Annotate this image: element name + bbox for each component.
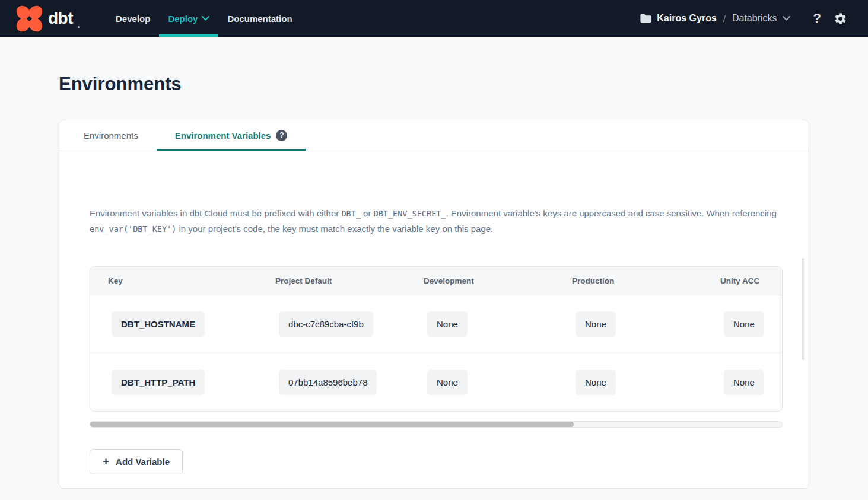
tab-environments[interactable]: Environments xyxy=(65,120,157,151)
navbar-right: Kairos Gyros / Databricks ? xyxy=(640,0,847,37)
table-row: DBT_HOSTNAME dbc-c7c89cba-cf9b None None… xyxy=(90,295,782,353)
env-var-key-chip[interactable]: DBT_HTTP_PATH xyxy=(112,370,205,395)
add-variable-button[interactable]: + Add Variable xyxy=(90,449,183,474)
dbt-wordmark: dbt xyxy=(48,9,76,28)
dbt-logo[interactable]: dbt xyxy=(16,0,83,37)
top-navbar: dbt Develop Deploy Documentation Kairos … xyxy=(0,0,868,37)
description-text: in your project's code, the key must mat… xyxy=(176,224,493,234)
add-variable-label: Add Variable xyxy=(116,457,170,467)
column-header-production: Production xyxy=(554,267,702,295)
horizontal-scrollbar[interactable] xyxy=(90,421,783,428)
env-var-value-chip[interactable]: None xyxy=(427,311,468,337)
plus-icon: + xyxy=(103,457,109,466)
code-env-var-example: env_var('DBT_KEY') xyxy=(90,224,176,234)
account-project-picker[interactable]: Kairos Gyros / Databricks xyxy=(640,13,790,24)
description-text: . Environment variable's keys are upperc… xyxy=(446,208,777,218)
env-var-value-chip[interactable]: dbc-c7c89cba-cf9b xyxy=(279,311,373,337)
folder-icon xyxy=(640,14,651,23)
env-vars-table: Key Project Default Development Producti… xyxy=(90,266,783,412)
description-text: Environment variables in dbt Cloud must … xyxy=(90,208,341,218)
tab-environment-variables-label: Environment Variables xyxy=(175,130,271,141)
table-header: Key Project Default Development Producti… xyxy=(90,267,782,295)
horizontal-scrollbar-thumb[interactable] xyxy=(90,422,574,427)
tab-environment-variables[interactable]: Environment Variables ? xyxy=(157,120,306,151)
env-var-value-chip[interactable]: None xyxy=(724,311,764,337)
environment-variables-panel: Environment variables in dbt Cloud must … xyxy=(59,151,809,489)
env-vars-description: Environment variables in dbt Cloud must … xyxy=(90,206,781,237)
nav-item-documentation-label: Documentation xyxy=(227,14,292,24)
env-var-value-chip[interactable]: None xyxy=(576,370,616,395)
table-row: DBT_HTTP_PATH 07bb14a8596beb78 None None… xyxy=(90,353,782,411)
env-var-value-chip[interactable]: 07bb14a8596beb78 xyxy=(279,370,377,395)
nav-item-develop-label: Develop xyxy=(116,14,150,24)
column-header-key: Key xyxy=(90,267,257,295)
nav-item-develop[interactable]: Develop xyxy=(107,0,159,37)
account-environment-name: Databricks xyxy=(732,13,777,24)
primary-nav: Develop Deploy Documentation xyxy=(107,0,301,37)
env-var-value-chip[interactable]: None xyxy=(576,311,616,337)
description-text: or xyxy=(361,208,374,218)
help-icon[interactable]: ? xyxy=(812,11,822,26)
account-separator: / xyxy=(722,14,727,24)
tabbar: Environments Environment Variables ? xyxy=(59,120,809,151)
account-project-name: Kairos Gyros xyxy=(657,13,716,24)
column-header-project-default: Project Default xyxy=(257,267,406,295)
gear-icon[interactable] xyxy=(834,12,847,26)
page-title: Environments xyxy=(59,74,868,95)
code-dbt-env-secret-prefix: DBT_ENV_SECRET_ xyxy=(374,209,446,218)
tab-environments-label: Environments xyxy=(84,130,138,141)
help-circle-icon[interactable]: ? xyxy=(276,130,287,141)
nav-item-documentation[interactable]: Documentation xyxy=(218,0,301,37)
chevron-down-icon xyxy=(783,16,790,21)
environments-card: Environments Environment Variables ? Env… xyxy=(59,120,809,489)
env-var-value-chip[interactable]: None xyxy=(427,370,468,395)
vertical-scrollbar[interactable] xyxy=(802,258,804,360)
dbt-logo-icon xyxy=(16,5,43,32)
env-var-key-chip[interactable]: DBT_HOSTNAME xyxy=(112,311,205,337)
nav-item-deploy[interactable]: Deploy xyxy=(159,0,218,37)
brand-trademark-dot xyxy=(78,26,80,28)
env-var-value-chip[interactable]: None xyxy=(724,370,764,395)
code-dbt-prefix: DBT_ xyxy=(341,209,361,218)
column-header-unity-acc: Unity ACC xyxy=(702,267,783,295)
chevron-down-icon xyxy=(202,16,209,21)
nav-item-deploy-label: Deploy xyxy=(168,14,198,24)
column-header-development: Development xyxy=(406,267,554,295)
